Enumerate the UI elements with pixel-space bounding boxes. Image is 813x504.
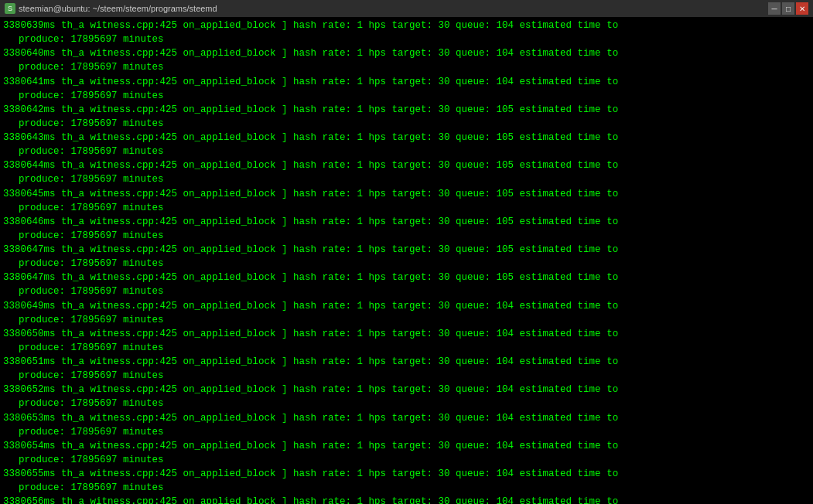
- produce-line: produce: 17895697 minutes: [3, 425, 810, 439]
- produce-line: produce: 17895697 minutes: [3, 229, 810, 243]
- log-line: 3380646ms th_a witness.cpp:425 on_applie…: [3, 215, 810, 229]
- close-button[interactable]: ✕: [796, 2, 808, 15]
- produce-line: produce: 17895697 minutes: [3, 60, 810, 74]
- produce-line: produce: 17895697 minutes: [3, 341, 810, 355]
- log-line: 3380650ms th_a witness.cpp:425 on_applie…: [3, 327, 810, 341]
- produce-line: produce: 17895697 minutes: [3, 89, 810, 103]
- produce-line: produce: 17895697 minutes: [3, 481, 810, 495]
- title-bar: S steemian@ubuntu: ~/steem/steem/program…: [0, 0, 813, 17]
- log-line: 3380644ms th_a witness.cpp:425 on_applie…: [3, 158, 810, 172]
- log-line: 3380647ms th_a witness.cpp:425 on_applie…: [3, 271, 810, 284]
- log-line: 3380640ms th_a witness.cpp:425 on_applie…: [3, 46, 810, 60]
- terminal-icon: S: [5, 3, 15, 14]
- produce-line: produce: 17895697 minutes: [3, 257, 810, 271]
- title-controls: ─ □ ✕: [768, 2, 808, 15]
- log-line: 3380639ms th_a witness.cpp:425 on_applie…: [3, 19, 810, 32]
- produce-line: produce: 17895697 minutes: [3, 32, 810, 46]
- produce-line: produce: 17895697 minutes: [3, 369, 810, 383]
- produce-line: produce: 17895697 minutes: [3, 313, 810, 327]
- log-line: 3380653ms th_a witness.cpp:425 on_applie…: [3, 411, 810, 425]
- produce-line: produce: 17895697 minutes: [3, 453, 810, 467]
- produce-line: produce: 17895697 minutes: [3, 284, 810, 298]
- log-line: 3380645ms th_a witness.cpp:425 on_applie…: [3, 187, 810, 201]
- log-line: 3380647ms th_a witness.cpp:425 on_applie…: [3, 243, 810, 257]
- log-line: 3380652ms th_a witness.cpp:425 on_applie…: [3, 383, 810, 397]
- log-line: 3380642ms th_a witness.cpp:425 on_applie…: [3, 103, 810, 117]
- terminal-body: 3380639ms th_a witness.cpp:425 on_applie…: [0, 17, 813, 504]
- window: S steemian@ubuntu: ~/steem/steem/program…: [0, 0, 813, 504]
- window-title: steemian@ubuntu: ~/steem/steem/programs/…: [19, 4, 217, 13]
- log-line: 3380654ms th_a witness.cpp:425 on_applie…: [3, 439, 810, 453]
- log-line: 3380641ms th_a witness.cpp:425 on_applie…: [3, 75, 810, 89]
- produce-line: produce: 17895697 minutes: [3, 201, 810, 215]
- produce-line: produce: 17895697 minutes: [3, 145, 810, 158]
- title-bar-left: S steemian@ubuntu: ~/steem/steem/program…: [5, 3, 217, 14]
- minimize-button[interactable]: ─: [768, 2, 781, 15]
- produce-line: produce: 17895697 minutes: [3, 397, 810, 410]
- log-line: 3380651ms th_a witness.cpp:425 on_applie…: [3, 355, 810, 369]
- log-line: 3380655ms th_a witness.cpp:425 on_applie…: [3, 467, 810, 481]
- log-line: 3380656ms th_a witness.cpp:425 on_applie…: [3, 495, 810, 504]
- produce-line: produce: 17895697 minutes: [3, 172, 810, 186]
- log-line: 3380649ms th_a witness.cpp:425 on_applie…: [3, 299, 810, 313]
- maximize-button[interactable]: □: [782, 2, 794, 15]
- produce-line: produce: 17895697 minutes: [3, 117, 810, 131]
- log-line: 3380643ms th_a witness.cpp:425 on_applie…: [3, 131, 810, 145]
